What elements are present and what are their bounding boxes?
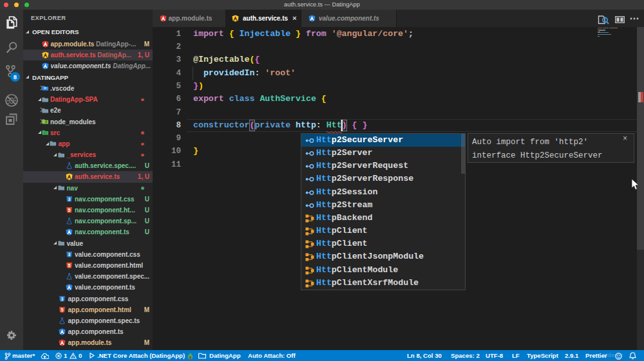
svg-text:5: 5 — [61, 308, 64, 312]
svg-text:5: 5 — [68, 208, 71, 212]
svg-text:3: 3 — [61, 296, 64, 301]
svg-text:3: 3 — [68, 197, 71, 201]
svg-text:5: 5 — [68, 263, 71, 268]
svg-text:3: 3 — [68, 252, 71, 257]
